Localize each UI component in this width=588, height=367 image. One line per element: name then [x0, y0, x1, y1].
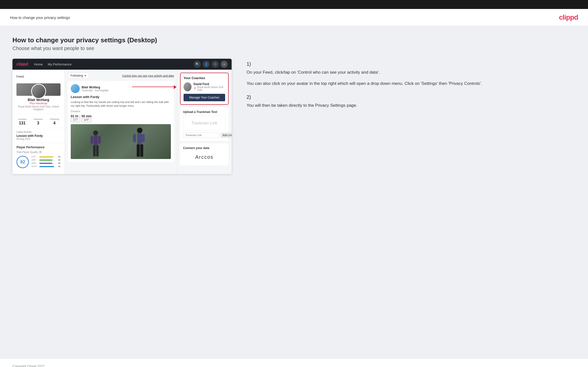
- golfer-silhouette-2: [129, 127, 151, 159]
- feed-tab[interactable]: Feed: [12, 73, 65, 80]
- pp-body: 92 OTT 90 APP: [16, 156, 61, 168]
- page-title: How to change your privacy settings: [10, 15, 70, 20]
- trackman-input[interactable]: [183, 133, 219, 138]
- svg-point-0: [93, 130, 98, 135]
- pp-bar-putt: PUTT 96: [31, 165, 61, 168]
- svg-rect-5: [96, 145, 99, 157]
- player-performance: Player Performance Total Player Quality …: [12, 143, 65, 171]
- coach-avatar: [184, 82, 192, 91]
- post-image: [71, 124, 171, 159]
- add-icon[interactable]: ➕: [212, 61, 219, 68]
- instruction-1-number: 1): [247, 61, 576, 67]
- trackman-title: Upload a Trackman Test: [183, 110, 226, 114]
- demo-section: clippd Home My Performance 🔍 👤 ➕ ▼ Feed: [12, 59, 576, 174]
- red-arrow-head: [174, 85, 176, 89]
- following-button[interactable]: Following ▼: [68, 73, 89, 79]
- clippd-logo: clippd: [559, 13, 578, 21]
- app-body: Feed Blair McHarg Plus Handicap Roya: [12, 70, 232, 174]
- stat-activities: Activities 131: [18, 116, 27, 125]
- svg-rect-11: [140, 144, 143, 157]
- post-header: Blair McHarg Yesterday · Sunningdale: [71, 84, 171, 93]
- add-link-button[interactable]: Add Link: [221, 133, 232, 138]
- app-nav: clippd Home My Performance 🔍 👤 ➕ ▼: [12, 59, 232, 70]
- nav-items: Home My Performance: [34, 62, 194, 66]
- svg-rect-10: [137, 144, 140, 157]
- post-author-avatar: [71, 84, 80, 93]
- svg-point-6: [137, 128, 142, 133]
- nav-my-performance[interactable]: My Performance: [48, 62, 71, 66]
- trackman-card: Upload a Trackman Test Trackman Link Add…: [180, 107, 229, 141]
- app-mockup: clippd Home My Performance 🔍 👤 ➕ ▼ Feed: [12, 59, 232, 174]
- main-content: How to change your privacy settings (Des…: [0, 26, 588, 359]
- instruction-2: 2) You will then be taken directly to th…: [247, 94, 576, 109]
- coaches-card: Your Coaches David Ford 📍 Royal North De…: [181, 73, 228, 104]
- pp-title: Player Performance: [16, 146, 61, 149]
- latest-activity-label: Latest Activity: [16, 131, 61, 133]
- site-footer: Copyright Clippd 2022: [0, 359, 588, 367]
- post-author-meta: Yesterday · Sunningdale: [82, 89, 109, 92]
- pp-bars: OTT 90 APP 85 ARG: [31, 156, 61, 168]
- stat-followers: Followers 3: [33, 116, 43, 125]
- post-title: Lesson with Fordy: [71, 95, 171, 99]
- arccos-logo: Arccos: [183, 152, 226, 162]
- article-title: How to change your privacy settings (Des…: [12, 36, 576, 44]
- instruction-2-text: You will then be taken directly to the P…: [247, 102, 576, 109]
- coach-club: 📍 Royal North Devon Golf Club: [194, 86, 225, 91]
- stat-following: Following 4: [50, 116, 59, 125]
- connect-card: Connect your data Arccos: [180, 143, 229, 165]
- latest-activity-date: 03 Aug 2022: [16, 138, 61, 140]
- user-icon[interactable]: 👤: [203, 61, 210, 68]
- svg-rect-1: [94, 135, 98, 145]
- site-header: How to change your privacy settings clip…: [0, 9, 588, 26]
- connect-title: Connect your data: [183, 146, 226, 150]
- coaches-title: Your Coaches: [184, 76, 225, 80]
- instructions-panel: 1) On your Feed, click/tap on 'Control w…: [242, 59, 576, 116]
- svg-rect-3: [98, 136, 101, 144]
- svg-rect-9: [142, 134, 145, 142]
- post-tags: OTT APP: [71, 118, 171, 122]
- latest-activity: Latest Activity Lesson with Fordy 03 Aug…: [12, 128, 65, 143]
- svg-rect-7: [137, 133, 142, 144]
- nav-home[interactable]: Home: [34, 62, 43, 66]
- trackman-placeholder: Trackman Link: [183, 116, 226, 131]
- post-duration-value: 01 hr : 30 min: [71, 114, 171, 118]
- article-subtitle: Choose what you want people to see: [12, 46, 576, 51]
- post-duration-label: Duration: [71, 110, 171, 113]
- coaches-highlight-box: Your Coaches David Ford 📍 Royal North De…: [180, 73, 229, 105]
- profile-card: Blair McHarg Plus Handicap Royal North D…: [12, 80, 65, 114]
- score-circle: 92: [16, 156, 29, 168]
- tag-app: APP: [82, 118, 91, 122]
- pp-bar-arg: ARG 86: [31, 162, 61, 164]
- footer-copyright: Copyright Clippd 2022: [12, 364, 45, 367]
- instruction-1: 1) On your Feed, click/tap on 'Control w…: [247, 61, 576, 87]
- top-bar: [0, 0, 588, 9]
- post-description: Looking to feel like my hands are exitin…: [71, 100, 171, 108]
- pp-bar-app: APP 85: [31, 159, 61, 161]
- app-right-panel: Your Coaches David Ford 📍 Royal North De…: [177, 70, 232, 174]
- app-feed: Following ▼ Control who can see your act…: [65, 70, 177, 174]
- post-card: Blair McHarg Yesterday · Sunningdale Les…: [68, 81, 174, 162]
- stat-following-label: Following: [50, 118, 59, 120]
- svg-rect-8: [133, 134, 136, 142]
- trackman-input-row: Add Link: [183, 133, 226, 138]
- profile-club: Royal North Devon Golf Club, United King…: [16, 105, 61, 111]
- svg-rect-2: [91, 136, 93, 144]
- profile-badge: Plus Handicap: [16, 102, 61, 105]
- stat-followers-value: 3: [33, 121, 43, 125]
- svg-rect-4: [93, 145, 96, 157]
- nav-icons: 🔍 👤 ➕ ▼: [194, 61, 228, 68]
- pp-bar-ott: OTT 90: [31, 156, 61, 158]
- search-icon[interactable]: 🔍: [194, 61, 201, 68]
- tpq-label: Total Player Quality ?: [16, 151, 61, 154]
- control-privacy-link[interactable]: Control who can see your activity and da…: [122, 74, 174, 77]
- profile-stats: Activities 131 Followers 3 Following 4: [12, 114, 65, 128]
- avatar-icon[interactable]: ▼: [221, 61, 228, 68]
- feed-header: Following ▼ Control who can see your act…: [68, 73, 174, 79]
- app-sidebar: Feed Blair McHarg Plus Handicap Roya: [12, 70, 65, 174]
- instruction-1-text2: You can also click on your avatar in the…: [247, 80, 576, 87]
- post-author-name: Blair McHarg: [82, 86, 109, 89]
- stat-activities-label: Activities: [18, 118, 27, 120]
- instruction-2-number: 2): [247, 94, 576, 100]
- stat-activities-value: 131: [18, 121, 27, 125]
- manage-coaches-button[interactable]: Manage Your Coaches: [184, 94, 225, 101]
